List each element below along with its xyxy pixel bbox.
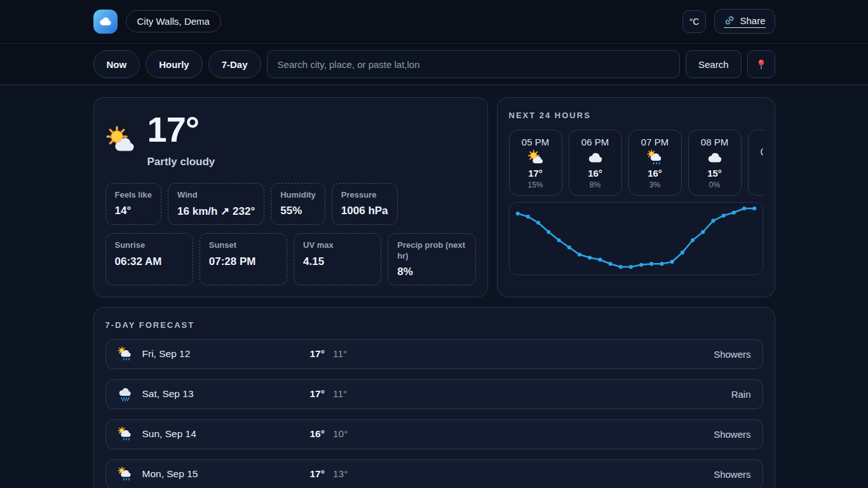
temperature-chart [509, 202, 763, 275]
share-label: Share [740, 15, 765, 26]
location-chip[interactable]: City Walls, Dema [126, 10, 221, 32]
forecast-low: 11° [333, 348, 347, 360]
row2-stat-box: Precip prob (next hr)8% [388, 233, 475, 285]
cloud-icon [587, 149, 604, 166]
cloud-icon [98, 14, 113, 29]
row2-stat-box: Sunset07:28 PM [200, 233, 287, 285]
hour-chip[interactable]: 08 PM15°0% [688, 130, 742, 196]
link-icon [724, 15, 735, 26]
forecast-row[interactable]: Fri, Sep 1217°11°Showers [105, 339, 763, 369]
seven-day-forecast-card: 7-DAY FORECAST Fri, Sep 1217°11°ShowersS… [93, 307, 775, 488]
tab-hourly[interactable]: Hourly [146, 50, 203, 78]
row1-stat-box: Wind16 km/h ↗ 232° [168, 183, 264, 225]
pushpin-icon [755, 58, 768, 71]
stat-label: Feels like [115, 190, 153, 200]
current-conditions-card: 17° Partly cloudy Feels like14°Wind16 km… [93, 97, 488, 297]
hour-chip[interactable]: 06 PM16°8% [569, 130, 622, 196]
stat-label: Sunset [209, 240, 278, 250]
sun-rain-cloud-icon [118, 346, 133, 362]
sun-rain-cloud-icon [118, 466, 133, 482]
forecast-condition: Rain [731, 389, 751, 400]
row2-stat-box: UV max4.15 [294, 233, 381, 285]
next-24-hours-card: NEXT 24 HOURS 05 PM17°15%06 PM16°8%07 PM… [497, 97, 775, 297]
sun-rain-cloud-icon [647, 149, 663, 166]
hour-time: 08 PM [701, 137, 728, 147]
hourly-strip: 05 PM17°15%06 PM16°8%07 PM16°3%08 PM15°0… [509, 130, 763, 196]
hour-precip: 0% [709, 180, 720, 189]
current-stats-row1: Feels like14°Wind16 km/h ↗ 232°Humidity5… [105, 183, 476, 225]
hour-time: 09 PM [761, 146, 763, 157]
forecast-date: Mon, Sep 15 [142, 468, 198, 480]
sun-rain-cloud-icon [118, 426, 133, 442]
stat-label: UV max [303, 240, 372, 250]
seven-day-forecast-title: 7-DAY FORECAST [105, 320, 763, 330]
tab-now[interactable]: Now [93, 50, 140, 78]
cloud-icon [707, 149, 723, 166]
hour-temp: 15° [707, 168, 722, 179]
hour-temp: 16° [648, 168, 662, 179]
hour-chip[interactable]: 07 PM16°3% [628, 130, 682, 196]
weather-app: City Walls, Dema °C Share Now Hourly 7-D… [0, 0, 868, 488]
forecast-condition: Showers [714, 349, 750, 360]
forecast-low: 11° [333, 388, 347, 400]
tab-7day[interactable]: 7-Day [208, 50, 261, 78]
row1-stat-box: Feels like14° [105, 183, 162, 225]
sun-behind-cloud-icon [527, 149, 544, 166]
search-input[interactable] [267, 50, 680, 78]
stat-value: 16 km/h ↗ 232° [177, 205, 255, 218]
current-condition: Partly cloudy [147, 156, 215, 168]
hour-time: 06 PM [581, 137, 609, 147]
rain-cloud-icon [118, 386, 133, 402]
hour-precip: 8% [590, 180, 600, 189]
forecast-low: 10° [333, 428, 348, 440]
unit-toggle-button[interactable]: °C [682, 10, 707, 33]
stat-value: 1006 hPa [341, 205, 388, 217]
main-content: 17° Partly cloudy Feels like14°Wind16 km… [93, 85, 775, 488]
stat-value: 55% [280, 205, 316, 217]
forecast-low: 13° [333, 468, 348, 480]
forecast-condition: Showers [714, 429, 750, 440]
stat-value: 06:32 AM [115, 255, 184, 268]
forecast-high: 16° [310, 428, 325, 440]
forecast-date: Fri, Sep 12 [142, 348, 191, 360]
stat-value: 14° [115, 205, 153, 217]
app-logo [93, 10, 118, 34]
stat-label: Sunrise [115, 240, 184, 250]
partly-cloudy-icon [105, 125, 136, 156]
forecast-condition: Showers [714, 469, 750, 480]
forecast-high: 17° [310, 348, 325, 360]
next-24-hours-title: NEXT 24 HOURS [509, 111, 763, 120]
stat-label: Wind [177, 190, 255, 200]
row1-stat-box: Humidity55% [271, 183, 325, 225]
hour-chip[interactable]: 05 PM17°15% [509, 130, 562, 196]
stat-label: Pressure [341, 190, 388, 200]
row2-stat-box: Sunrise06:32 AM [105, 233, 193, 285]
forecast-row[interactable]: Sun, Sep 1416°10°Showers [105, 419, 763, 449]
stat-value: 07:28 PM [209, 255, 278, 268]
forecast-row[interactable]: Sat, Sep 1317°11°Rain [105, 379, 763, 409]
hour-time: 07 PM [641, 137, 668, 147]
stat-label: Humidity [280, 190, 316, 200]
forecast-date: Sat, Sep 13 [142, 388, 194, 400]
forecast-row[interactable]: Mon, Sep 1517°13°Showers [105, 459, 763, 488]
hour-precip: 15% [527, 180, 543, 189]
stat-value: 4.15 [303, 255, 372, 268]
forecast-rows: Fri, Sep 1217°11°ShowersSat, Sep 1317°11… [105, 339, 763, 488]
current-temperature: 17° [147, 112, 215, 147]
forecast-high: 17° [310, 468, 325, 480]
stat-label: Precip prob (next hr) [397, 240, 466, 261]
row1-stat-box: Pressure1006 hPa [332, 183, 398, 225]
hour-chip[interactable]: 09 PM [748, 130, 763, 196]
app-header: City Walls, Dema °C Share Now Hourly 7-D… [0, 0, 868, 85]
hour-temp: 17° [528, 168, 543, 179]
current-stats-row2: Sunrise06:32 AMSunset07:28 PMUV max4.15P… [105, 233, 476, 285]
forecast-high: 17° [310, 388, 325, 400]
search-button[interactable]: Search [686, 50, 742, 78]
hour-precip: 3% [649, 180, 660, 189]
share-button[interactable]: Share [714, 9, 775, 34]
use-my-location-button[interactable] [747, 50, 775, 78]
forecast-date: Sun, Sep 14 [142, 428, 196, 440]
stat-value: 8% [397, 266, 466, 278]
hour-time: 05 PM [522, 137, 549, 147]
hour-temp: 16° [588, 168, 602, 179]
